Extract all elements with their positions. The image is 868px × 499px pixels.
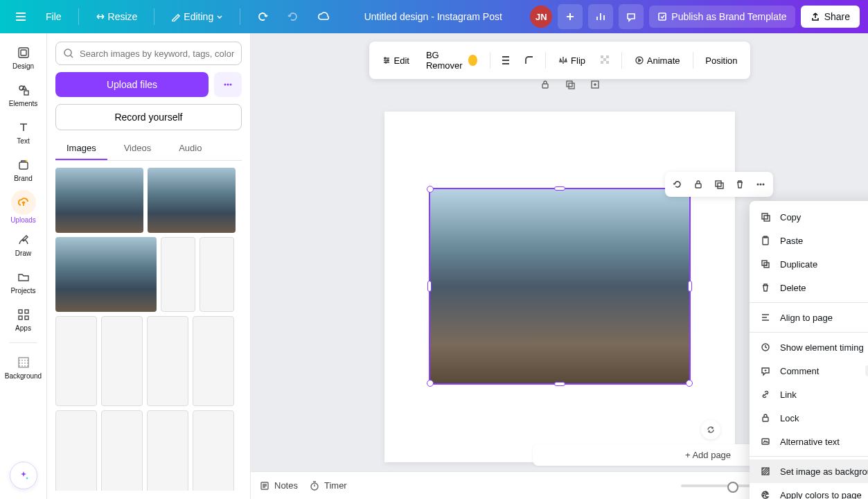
gallery-thumb[interactable] <box>148 168 236 233</box>
nav-elements[interactable]: Elements <box>3 76 44 112</box>
svg-rect-29 <box>696 184 701 188</box>
tab-images[interactable]: Images <box>55 137 107 160</box>
elements-icon <box>15 82 32 98</box>
svg-point-46 <box>765 492 767 493</box>
publish-button[interactable]: Publish as Brand Template <box>649 6 795 28</box>
upload-files-button[interactable]: Upload files <box>55 72 209 97</box>
delete-element-button[interactable] <box>730 175 750 194</box>
paste-icon <box>759 234 772 247</box>
flip-button[interactable]: Flip <box>551 51 592 70</box>
resize-handle[interactable] <box>554 186 565 191</box>
editing-menu[interactable]: Editing <box>164 7 230 26</box>
gallery-thumb[interactable] <box>101 410 143 491</box>
tab-audio[interactable]: Audio <box>168 137 213 160</box>
animate-button[interactable]: Animate <box>628 51 687 70</box>
nav-rail: Design Elements Text Brand Uploads Draw … <box>0 33 47 499</box>
menu-lock[interactable]: Lock <box>750 406 868 430</box>
context-toolbar: Edit BG Remover Flip <box>369 42 750 79</box>
undo-button[interactable] <box>250 4 275 29</box>
menu-set-image-background[interactable]: Set image as background <box>750 459 868 483</box>
gallery-thumb[interactable] <box>55 410 97 491</box>
add-user-button[interactable] <box>558 4 583 29</box>
share-button[interactable]: Share <box>801 6 860 28</box>
menu-show-timing[interactable]: Show element timing <box>750 335 868 359</box>
search-box[interactable] <box>55 42 242 65</box>
menu-copy[interactable]: Copy Ctrl+C <box>750 205 868 229</box>
text-icon <box>15 119 32 136</box>
redo-button[interactable] <box>281 4 305 29</box>
gallery-thumb[interactable] <box>55 316 97 406</box>
nav-apps[interactable]: Apps <box>3 301 44 337</box>
svg-rect-26 <box>567 81 572 87</box>
gallery-thumb[interactable] <box>55 168 143 233</box>
analytics-button[interactable] <box>588 4 613 29</box>
nav-draw[interactable]: Draw <box>3 226 44 262</box>
bg-remover-button[interactable]: BG Remover <box>419 46 484 75</box>
gallery-thumb[interactable] <box>200 237 234 312</box>
rotate-button[interactable] <box>668 175 687 194</box>
image-gallery <box>55 168 242 491</box>
menu-paste[interactable]: Paste Ctrl+V <box>750 229 868 252</box>
notes-button[interactable]: Notes <box>259 480 298 491</box>
user-avatar[interactable]: JN <box>530 6 552 28</box>
file-menu[interactable]: File <box>39 7 69 26</box>
menu-comment[interactable]: Comment Ctrl+Alt+N <box>750 359 868 383</box>
search-input[interactable] <box>80 49 234 59</box>
menu-link[interactable]: Link Ctrl+K <box>750 383 868 406</box>
comment-icon <box>759 365 772 377</box>
canvas-page[interactable] <box>384 112 735 462</box>
canvas-area: Edit BG Remover Flip <box>251 33 868 499</box>
sync-button[interactable] <box>701 420 720 439</box>
resize-handle[interactable] <box>688 281 692 292</box>
resize-handle[interactable] <box>686 380 693 387</box>
nav-uploads[interactable]: Uploads <box>3 189 44 225</box>
menu-delete[interactable]: Delete DELETE <box>750 276 868 299</box>
svg-point-15 <box>230 84 232 86</box>
svg-rect-9 <box>19 316 22 319</box>
menu-apply-colors[interactable]: Apply colors to page <box>750 483 868 499</box>
gallery-thumb[interactable] <box>161 237 195 312</box>
menu-duplicate[interactable]: Duplicate Ctrl+D <box>750 252 868 276</box>
svg-rect-19 <box>601 55 603 58</box>
nav-text[interactable]: Text <box>3 114 44 150</box>
upload-more-button[interactable] <box>214 72 242 97</box>
gallery-thumb[interactable] <box>101 316 143 406</box>
crop-button[interactable] <box>495 50 516 71</box>
resize-handle[interactable] <box>554 382 565 386</box>
selected-image[interactable] <box>429 188 691 385</box>
nav-brand[interactable]: Brand <box>3 151 44 187</box>
more-element-button[interactable] <box>751 175 770 194</box>
menu-toggle-button[interactable] <box>8 4 33 29</box>
cloud-sync-icon[interactable] <box>311 4 336 29</box>
nav-background[interactable]: Background <box>3 349 44 385</box>
resize-handle[interactable] <box>427 281 432 292</box>
gallery-thumb[interactable] <box>193 316 234 406</box>
menu-alt-text[interactable]: Alternative text <box>750 430 868 453</box>
duplicate-icon <box>759 258 772 270</box>
position-button[interactable]: Position <box>698 51 744 70</box>
link-icon <box>759 388 772 401</box>
flip-icon <box>558 55 568 65</box>
resize-handle[interactable] <box>427 186 434 193</box>
context-menu: Copy Ctrl+C Paste Ctrl+V Duplicate Ctrl+… <box>750 201 868 499</box>
timer-button[interactable]: Timer <box>309 480 347 491</box>
nav-design[interactable]: Design <box>3 39 44 75</box>
gallery-thumb[interactable] <box>147 410 188 491</box>
resize-handle[interactable] <box>427 380 434 387</box>
gallery-thumb[interactable] <box>193 410 234 491</box>
tab-videos[interactable]: Videos <box>113 137 163 160</box>
magic-assist-button[interactable] <box>10 462 37 489</box>
transparency-button[interactable] <box>595 50 616 71</box>
comments-button[interactable] <box>619 4 644 29</box>
nav-projects[interactable]: Projects <box>3 263 44 299</box>
menu-align-to-page[interactable]: Align to page <box>750 306 868 329</box>
lock-element-button[interactable] <box>689 175 708 194</box>
gallery-thumb[interactable] <box>55 237 157 312</box>
resize-menu[interactable]: Resize <box>89 7 145 26</box>
record-yourself-button[interactable]: Record yourself <box>55 104 242 130</box>
gallery-thumb[interactable] <box>147 316 188 406</box>
duplicate-element-button[interactable] <box>709 175 729 194</box>
document-title[interactable]: Untitled design - Instagram Post <box>364 11 502 22</box>
corner-button[interactable] <box>519 50 540 71</box>
edit-image-button[interactable]: Edit <box>374 51 416 70</box>
